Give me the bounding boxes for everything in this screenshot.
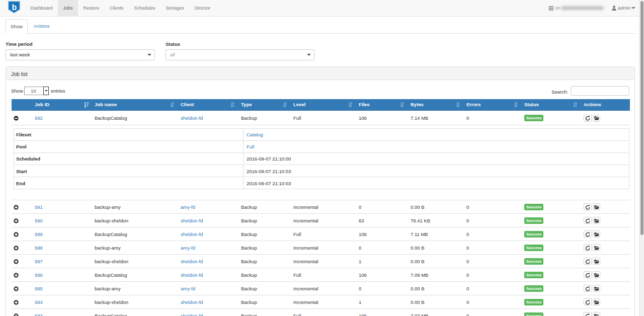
svg-text:b: b xyxy=(12,3,17,12)
